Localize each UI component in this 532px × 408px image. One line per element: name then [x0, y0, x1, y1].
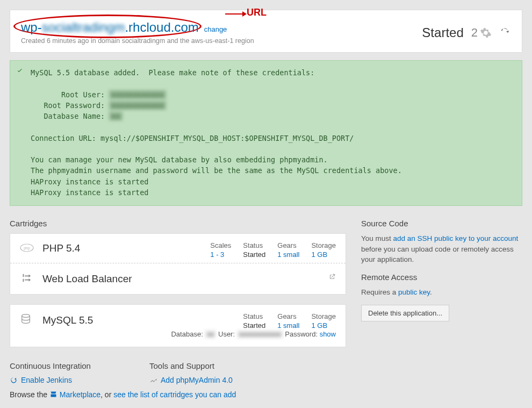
alert-body: MySQL 5.5 database added. Please make no… — [30, 61, 522, 205]
app-url-link[interactable]: wp-socialtradingm.rhcloud.com — [21, 20, 199, 35]
marketplace-link[interactable]: Marketplace — [49, 390, 100, 399]
gear-icon — [480, 27, 492, 39]
app-url-prefix: wp- — [21, 20, 42, 34]
load-balancer-icon — [20, 272, 34, 285]
db-credentials-line: Database: xx User: xxxxxxxxxxxx Password… — [20, 330, 336, 338]
svg-point-4 — [22, 314, 30, 318]
browse-line: Browse the Marketplace, or see the list … — [10, 390, 522, 399]
scales-link[interactable]: 1 - 3 — [210, 250, 224, 259]
app-url-suffix: .rhcloud.com — [125, 20, 198, 34]
success-alert: MySQL 5.5 database added. Please make no… — [10, 60, 522, 206]
show-password-link[interactable]: show — [320, 330, 336, 338]
gears-link[interactable]: 1 small — [277, 250, 299, 259]
marketplace-icon — [49, 390, 57, 398]
cartridge-name: PHP 5.4 — [42, 242, 80, 254]
cartridge-name: Web Load Balancer — [42, 273, 132, 285]
check-icon — [10, 61, 30, 205]
refresh-button[interactable] — [499, 27, 510, 39]
external-link-icon[interactable] — [328, 273, 336, 282]
gears-link[interactable]: 1 small — [277, 321, 299, 330]
cartridge-loadbalancer: Web Load Balancer — [10, 263, 346, 294]
remote-access-title: Remote Access — [361, 273, 522, 282]
cartridge-php: php PHP 5.4 Scales1 - 3 StatusStarted Ge… — [10, 234, 346, 263]
change-alias-link[interactable]: change — [204, 25, 227, 33]
public-key-link[interactable]: public key — [398, 288, 430, 296]
source-code-text: You must add an SSH public key to your a… — [361, 233, 522, 265]
storage-link[interactable]: 1 GB — [311, 321, 327, 330]
status-value: Started — [243, 250, 265, 259]
svg-text:php: php — [24, 246, 30, 250]
annotation-url: URL — [247, 7, 267, 18]
remote-access-text: Requires a public key. — [361, 287, 522, 298]
tools-title: Tools and Support — [149, 361, 268, 370]
refresh-icon — [499, 27, 510, 38]
cartridge-mysql: MySQL 5.5 StatusStarted Gears1 small Sto… — [10, 305, 346, 347]
add-phpmyadmin-link[interactable]: Add phpMyAdmin 4.0 — [149, 376, 233, 384]
svg-marker-1 — [242, 11, 247, 17]
cartridges-title: Cartridges — [10, 219, 346, 228]
enable-jenkins-link[interactable]: Enable Jenkins — [10, 376, 72, 384]
ci-title: Continuous Integration — [10, 361, 128, 370]
arrow-right-icon — [225, 10, 247, 18]
cartridge-list-link[interactable]: see the list of cartridges you can add — [113, 390, 236, 399]
app-status: Started — [422, 25, 463, 40]
add-ssh-key-link[interactable]: add an SSH public key to your account — [393, 234, 519, 242]
annotation-url-text: URL — [247, 7, 267, 18]
app-header: URL wp-socialtradingm.rhcloud.com change… — [10, 10, 522, 53]
storage-link[interactable]: 1 GB — [311, 250, 327, 259]
gear-count: 2 — [471, 26, 492, 40]
app-url-domain-blurred: socialtradingm — [42, 20, 125, 34]
source-code-title: Source Code — [361, 219, 522, 228]
delete-application-button[interactable]: Delete this application... — [361, 305, 449, 321]
refresh-icon — [10, 376, 18, 384]
status-value: Started — [243, 321, 265, 330]
cartridge-name: MySQL 5.5 — [42, 314, 93, 326]
database-icon — [20, 313, 34, 327]
php-icon: php — [20, 244, 34, 254]
tools-icon — [149, 376, 157, 384]
